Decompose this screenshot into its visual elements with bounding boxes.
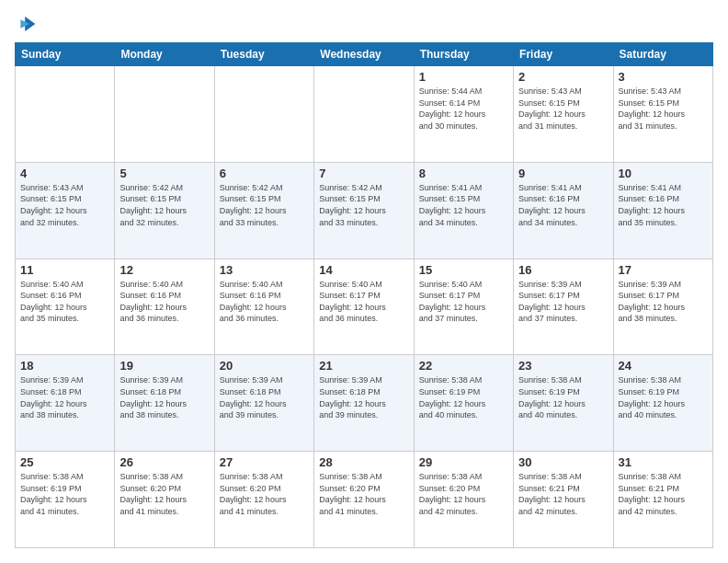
calendar-week-row: 11Sunrise: 5:40 AM Sunset: 6:16 PM Dayli… [16, 259, 713, 355]
day-of-week-header: Wednesday [314, 43, 414, 66]
day-of-week-header: Friday [514, 43, 613, 66]
calendar-cell [16, 66, 115, 163]
day-number: 30 [518, 455, 608, 469]
calendar-cell: 30Sunrise: 5:38 AM Sunset: 6:21 PM Dayli… [514, 452, 613, 548]
calendar-cell: 27Sunrise: 5:38 AM Sunset: 6:20 PM Dayli… [214, 452, 313, 548]
calendar-header-row: SundayMondayTuesdayWednesdayThursdayFrid… [16, 43, 713, 66]
day-info: Sunrise: 5:38 AM Sunset: 6:20 PM Dayligh… [119, 471, 209, 517]
day-number: 2 [518, 70, 608, 84]
day-number: 28 [319, 455, 408, 469]
calendar-cell: 16Sunrise: 5:39 AM Sunset: 6:17 PM Dayli… [514, 259, 613, 355]
day-number: 23 [518, 359, 608, 373]
calendar-cell: 17Sunrise: 5:39 AM Sunset: 6:17 PM Dayli… [613, 259, 712, 355]
day-info: Sunrise: 5:40 AM Sunset: 6:17 PM Dayligh… [319, 279, 408, 325]
calendar-week-row: 1Sunrise: 5:44 AM Sunset: 6:14 PM Daylig… [16, 66, 713, 163]
header [15, 15, 713, 33]
day-info: Sunrise: 5:38 AM Sunset: 6:21 PM Dayligh… [518, 471, 608, 517]
day-number: 20 [220, 359, 309, 373]
calendar-cell: 22Sunrise: 5:38 AM Sunset: 6:19 PM Dayli… [414, 355, 513, 452]
day-number: 16 [518, 263, 608, 277]
day-info: Sunrise: 5:38 AM Sunset: 6:19 PM Dayligh… [419, 374, 508, 420]
day-info: Sunrise: 5:43 AM Sunset: 6:15 PM Dayligh… [619, 86, 708, 132]
calendar-cell: 5Sunrise: 5:42 AM Sunset: 6:15 PM Daylig… [115, 162, 214, 259]
day-info: Sunrise: 5:44 AM Sunset: 6:14 PM Dayligh… [419, 86, 508, 132]
calendar-cell: 15Sunrise: 5:40 AM Sunset: 6:17 PM Dayli… [414, 259, 513, 355]
calendar-cell: 10Sunrise: 5:41 AM Sunset: 6:16 PM Dayli… [613, 162, 712, 259]
day-number: 31 [619, 455, 708, 469]
day-info: Sunrise: 5:42 AM Sunset: 6:15 PM Dayligh… [220, 182, 309, 228]
day-info: Sunrise: 5:38 AM Sunset: 6:19 PM Dayligh… [20, 471, 109, 517]
day-info: Sunrise: 5:38 AM Sunset: 6:21 PM Dayligh… [619, 471, 708, 517]
day-info: Sunrise: 5:39 AM Sunset: 6:18 PM Dayligh… [220, 374, 309, 420]
day-number: 22 [419, 359, 508, 373]
day-info: Sunrise: 5:40 AM Sunset: 6:16 PM Dayligh… [119, 279, 209, 325]
calendar-cell: 11Sunrise: 5:40 AM Sunset: 6:16 PM Dayli… [16, 259, 115, 355]
day-number: 14 [319, 263, 408, 277]
day-number: 13 [220, 263, 309, 277]
calendar-cell: 19Sunrise: 5:39 AM Sunset: 6:18 PM Dayli… [115, 355, 214, 452]
calendar-week-row: 18Sunrise: 5:39 AM Sunset: 6:18 PM Dayli… [16, 355, 713, 452]
day-number: 15 [419, 263, 508, 277]
day-info: Sunrise: 5:38 AM Sunset: 6:20 PM Dayligh… [419, 471, 508, 517]
calendar-cell: 12Sunrise: 5:40 AM Sunset: 6:16 PM Dayli… [115, 259, 214, 355]
day-info: Sunrise: 5:40 AM Sunset: 6:17 PM Dayligh… [419, 279, 508, 325]
day-of-week-header: Saturday [613, 43, 712, 66]
calendar-cell: 7Sunrise: 5:42 AM Sunset: 6:15 PM Daylig… [314, 162, 414, 259]
calendar-cell: 3Sunrise: 5:43 AM Sunset: 6:15 PM Daylig… [613, 66, 712, 163]
day-number: 26 [119, 455, 209, 469]
day-number: 19 [119, 359, 209, 373]
calendar-cell: 20Sunrise: 5:39 AM Sunset: 6:18 PM Dayli… [214, 355, 313, 452]
day-number: 17 [619, 263, 708, 277]
day-info: Sunrise: 5:41 AM Sunset: 6:16 PM Dayligh… [619, 182, 708, 228]
day-of-week-header: Sunday [16, 43, 115, 66]
calendar-cell: 14Sunrise: 5:40 AM Sunset: 6:17 PM Dayli… [314, 259, 414, 355]
day-number: 9 [518, 167, 608, 180]
day-info: Sunrise: 5:38 AM Sunset: 6:19 PM Dayligh… [518, 374, 608, 420]
calendar-cell: 9Sunrise: 5:41 AM Sunset: 6:16 PM Daylig… [514, 162, 613, 259]
day-info: Sunrise: 5:39 AM Sunset: 6:18 PM Dayligh… [319, 374, 408, 420]
calendar-week-row: 4Sunrise: 5:43 AM Sunset: 6:15 PM Daylig… [16, 162, 713, 259]
day-info: Sunrise: 5:43 AM Sunset: 6:15 PM Dayligh… [20, 182, 109, 228]
day-of-week-header: Monday [115, 43, 214, 66]
logo [15, 15, 40, 33]
day-number: 10 [619, 167, 708, 180]
day-info: Sunrise: 5:40 AM Sunset: 6:16 PM Dayligh… [20, 279, 109, 325]
calendar-cell: 1Sunrise: 5:44 AM Sunset: 6:14 PM Daylig… [414, 66, 513, 163]
day-info: Sunrise: 5:43 AM Sunset: 6:15 PM Dayligh… [518, 86, 608, 132]
calendar-cell [214, 66, 313, 163]
calendar-cell: 24Sunrise: 5:38 AM Sunset: 6:19 PM Dayli… [613, 355, 712, 452]
day-number: 1 [419, 70, 508, 84]
calendar-cell: 31Sunrise: 5:38 AM Sunset: 6:21 PM Dayli… [613, 452, 712, 548]
day-number: 18 [20, 359, 109, 373]
calendar-cell: 28Sunrise: 5:38 AM Sunset: 6:20 PM Dayli… [314, 452, 414, 548]
day-info: Sunrise: 5:39 AM Sunset: 6:18 PM Dayligh… [119, 374, 209, 420]
calendar-table: SundayMondayTuesdayWednesdayThursdayFrid… [15, 42, 713, 548]
calendar-cell: 25Sunrise: 5:38 AM Sunset: 6:19 PM Dayli… [16, 452, 115, 548]
calendar-cell [314, 66, 414, 163]
day-info: Sunrise: 5:42 AM Sunset: 6:15 PM Dayligh… [319, 182, 408, 228]
day-number: 7 [319, 167, 408, 180]
calendar-week-row: 25Sunrise: 5:38 AM Sunset: 6:19 PM Dayli… [16, 452, 713, 548]
day-info: Sunrise: 5:41 AM Sunset: 6:15 PM Dayligh… [419, 182, 508, 228]
calendar-cell: 18Sunrise: 5:39 AM Sunset: 6:18 PM Dayli… [16, 355, 115, 452]
logo-icon [15, 15, 37, 33]
day-number: 27 [220, 455, 309, 469]
day-info: Sunrise: 5:42 AM Sunset: 6:15 PM Dayligh… [119, 182, 209, 228]
day-number: 6 [220, 167, 309, 180]
calendar-cell [115, 66, 214, 163]
day-info: Sunrise: 5:39 AM Sunset: 6:18 PM Dayligh… [20, 374, 109, 420]
calendar-cell: 6Sunrise: 5:42 AM Sunset: 6:15 PM Daylig… [214, 162, 313, 259]
day-number: 29 [419, 455, 508, 469]
calendar-cell: 29Sunrise: 5:38 AM Sunset: 6:20 PM Dayli… [414, 452, 513, 548]
calendar-cell: 4Sunrise: 5:43 AM Sunset: 6:15 PM Daylig… [16, 162, 115, 259]
calendar-cell: 8Sunrise: 5:41 AM Sunset: 6:15 PM Daylig… [414, 162, 513, 259]
day-info: Sunrise: 5:38 AM Sunset: 6:19 PM Dayligh… [619, 374, 708, 420]
day-info: Sunrise: 5:38 AM Sunset: 6:20 PM Dayligh… [319, 471, 408, 517]
day-number: 4 [20, 167, 109, 180]
day-number: 12 [119, 263, 209, 277]
day-number: 25 [20, 455, 109, 469]
calendar-cell: 2Sunrise: 5:43 AM Sunset: 6:15 PM Daylig… [514, 66, 613, 163]
day-number: 5 [119, 167, 209, 180]
day-info: Sunrise: 5:38 AM Sunset: 6:20 PM Dayligh… [220, 471, 309, 517]
day-number: 8 [419, 167, 508, 180]
